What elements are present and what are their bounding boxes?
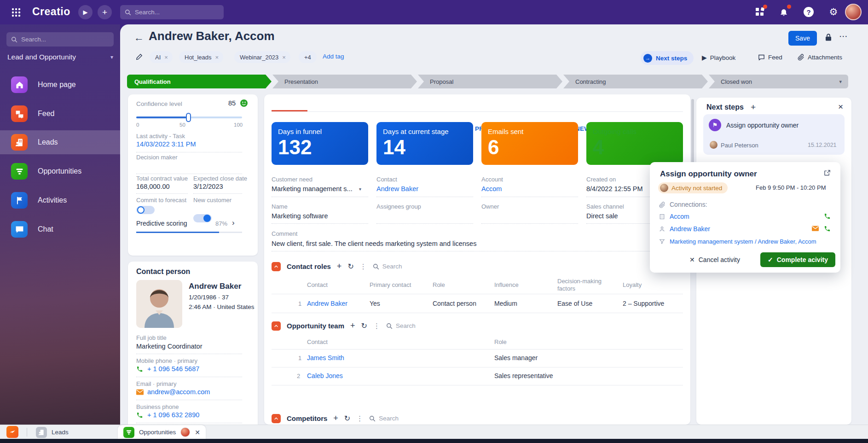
add-icon[interactable]: + [337,262,342,271]
commit-toggle[interactable] [136,206,155,214]
workspace-selector[interactable]: Lead and Opportunity ▾ [7,53,113,61]
job-title-value[interactable]: Marketing Coordinator [136,343,202,350]
business-phone-link[interactable]: + 1 096 632 2890 [147,411,199,419]
table-row[interactable]: 1 Andrew Baker Yes Contact person Medium… [272,294,683,313]
stage-proposal[interactable]: Proposal [418,75,562,88]
kebab-menu-icon[interactable]: ⋮ [373,322,380,330]
attachments-button[interactable]: Attachments [798,54,842,61]
notifications-bell-icon[interactable] [778,6,790,18]
stage-presentation[interactable]: Presentation [272,75,417,88]
lock-icon[interactable] [824,33,833,42]
owner-field[interactable] [481,223,578,224]
app-grid-icon[interactable] [10,6,22,18]
add-icon[interactable]: + [333,414,338,423]
connection-account-link[interactable]: Accom [670,213,689,220]
assignees-group-field[interactable] [376,223,473,224]
stage-closed-won[interactable]: Closed won ▾ [709,75,848,88]
close-tab-icon[interactable]: ✕ [195,429,200,436]
tag-pill[interactable]: Webinar_2023× [234,51,290,63]
column-header[interactable]: Decision-making factors [557,278,603,293]
close-panel-icon[interactable]: × [838,102,843,112]
kebab-menu-icon[interactable]: ⋮ [356,414,363,423]
help-icon[interactable]: ? [803,6,815,18]
next-steps-toggle-button[interactable]: → Next steps [641,51,694,65]
expand-icon[interactable] [824,169,831,176]
tag-pill[interactable]: AI× [150,51,173,63]
kebab-menu-icon[interactable]: ⋮ [360,262,367,271]
row-contact-link[interactable]: James Smith [307,354,344,361]
add-step-icon[interactable]: + [751,102,756,112]
email-icon[interactable] [812,226,819,231]
refresh-icon[interactable]: ↻ [344,414,350,423]
sidebar-item-activities[interactable]: Activities [0,188,120,212]
next-step-title[interactable]: Assign opportunity owner [726,122,799,129]
name-field-value[interactable]: Marketing software [272,212,328,220]
column-header[interactable]: Role [494,338,507,345]
feed-button[interactable]: Feed [758,54,782,61]
call-icon[interactable] [824,225,831,232]
email-link[interactable]: andrew@accom.com [147,388,210,396]
customer-need-value[interactable]: Marketing management s... [272,185,353,192]
sidebar-item-opportunities[interactable]: Opportunities [0,159,120,183]
tags-pencil-icon[interactable] [135,53,143,61]
more-tags-pill[interactable]: +4 [299,51,317,63]
back-arrow-icon[interactable]: ← [134,32,144,44]
column-header[interactable]: Primary contact [370,281,411,288]
column-header[interactable]: Contact [307,281,328,288]
sidebar-item-feed[interactable]: Feed [0,102,120,126]
user-avatar[interactable] [845,4,862,20]
cancel-activity-button[interactable]: ✕ Cancel activity [689,252,740,267]
refresh-icon[interactable]: ↻ [361,321,367,330]
column-header[interactable]: Contact [307,338,328,345]
call-icon[interactable] [824,213,831,220]
table-row[interactable]: 2 Caleb Jones Sales representative [272,367,683,385]
column-header[interactable]: Role [433,281,445,288]
creatio-taskbar-icon[interactable] [6,426,18,438]
more-actions-icon[interactable]: ⋯ [839,31,848,41]
sidebar-item-leads[interactable]: Leads [0,130,120,154]
next-step-card[interactable]: ⚑ Assign opportunity owner Paul Peterson… [703,114,845,155]
creatio-logo[interactable]: Creatio [32,6,70,18]
last-activity-link[interactable]: 14/03/2022 3:11 PM [136,140,196,148]
column-header[interactable]: Influence [494,281,519,288]
contact-name[interactable]: Andrew Baker [189,282,241,291]
sidebar-search[interactable] [6,32,114,47]
collapse-chevron-icon[interactable] [272,321,281,331]
next-step-owner[interactable]: Paul Peterson [721,142,758,149]
global-search[interactable] [120,5,224,19]
marketplace-apps-icon[interactable] [754,6,766,18]
add-icon[interactable]: + [350,321,355,331]
contact-photo[interactable] [136,280,182,328]
stage-dropdown-icon[interactable]: ▾ [839,79,842,85]
add-tag-link[interactable]: Add tag [323,53,344,60]
stage-contracting[interactable]: Contracting [563,75,708,88]
run-process-button[interactable]: ▶ [78,5,93,19]
playbook-button[interactable]: ▶ Playbook [702,54,735,61]
sidebar-item-chat[interactable]: Chat [0,217,120,241]
competitors-search[interactable] [369,415,434,422]
row-contact-link[interactable]: Caleb Jones [307,372,343,379]
save-button[interactable]: Save [788,31,817,46]
taskbar-tab-opportunities[interactable]: Opportunities ✕ [118,425,206,439]
total-contract-value[interactable]: 168,000.00 [136,183,170,190]
sidebar-item-home[interactable]: Home page [0,73,120,97]
refresh-icon[interactable]: ↻ [347,262,353,271]
taskbar-tab-leads[interactable]: Leads [36,425,69,439]
row-contact-link[interactable]: Andrew Baker [307,300,347,307]
tag-close-icon[interactable]: × [215,54,219,61]
contact-roles-search[interactable] [373,263,438,270]
comment-value[interactable]: New client, first sale. The client needs… [272,240,476,247]
connection-contact-link[interactable]: Andrew Baker [670,225,710,233]
tag-pill[interactable]: Hot_leads× [179,51,223,63]
opportunity-team-search[interactable] [386,322,451,329]
global-search-input[interactable] [135,9,213,16]
expected-close-value[interactable]: 3/12/2023 [193,183,223,190]
collapse-chevron-icon[interactable] [272,414,281,423]
settings-gear-icon[interactable]: ⚙ [827,6,839,18]
quick-add-button[interactable]: + [98,5,112,19]
column-header[interactable]: Loyalty [623,281,642,288]
new-customer-toggle[interactable] [193,214,212,222]
sales-channel-value[interactable]: Direct sale [586,212,618,220]
confidence-slider-thumb[interactable] [186,113,191,122]
sidebar-search-input[interactable] [21,36,99,43]
